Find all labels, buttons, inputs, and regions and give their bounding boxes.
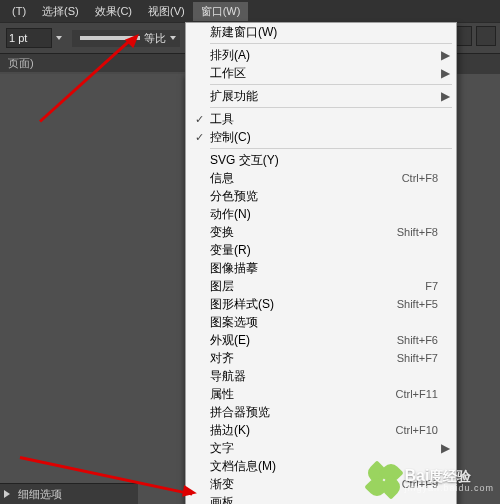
menu-item-label: 图案选项	[208, 314, 356, 331]
menu-item[interactable]: 扩展功能▶	[186, 87, 456, 105]
menu-separator	[210, 148, 452, 149]
menu-effect[interactable]: 效果(C)	[87, 2, 140, 21]
menu-item-label: 画板	[208, 494, 356, 505]
status-label: 细细选项	[18, 487, 62, 502]
watermark-brand: Bai	[404, 467, 429, 484]
menu-item-shortcut: Shift+F6	[356, 334, 438, 346]
menu-item-label: 文字	[208, 440, 356, 457]
menu-item-label: 动作(N)	[208, 206, 356, 223]
menu-item-label: 变换	[208, 224, 356, 241]
menu-item[interactable]: 分色预览	[186, 187, 456, 205]
menu-item[interactable]: 工作区▶	[186, 64, 456, 82]
menu-item-label: 信息	[208, 170, 356, 187]
menu-item[interactable]: 变换Shift+F8	[186, 223, 456, 241]
menu-item[interactable]: ✓控制(C)	[186, 128, 456, 146]
menu-item[interactable]: 属性Ctrl+F11	[186, 385, 456, 403]
menu-item[interactable]: 变量(R)	[186, 241, 456, 259]
stroke-field[interactable]	[6, 28, 62, 48]
menu-item-shortcut: Shift+F7	[356, 352, 438, 364]
menu-item[interactable]: 文字▶	[186, 439, 456, 457]
menu-separator	[210, 84, 452, 85]
menu-t[interactable]: (T)	[4, 3, 34, 19]
submenu-arrow-icon: ▶	[438, 66, 450, 80]
menu-item-label: 分色预览	[208, 188, 356, 205]
submenu-arrow-icon: ▶	[438, 441, 450, 455]
watermark: Bai度经验 jingyan.baidu.com	[366, 462, 494, 498]
expand-right-icon	[4, 490, 10, 498]
menu-item[interactable]: 描边(K)Ctrl+F10	[186, 421, 456, 439]
menu-item[interactable]: 外观(E)Shift+F6	[186, 331, 456, 349]
panel-icon-2[interactable]	[476, 26, 496, 46]
menu-item-label: 对齐	[208, 350, 356, 367]
menu-item[interactable]: 图层F7	[186, 277, 456, 295]
menu-item[interactable]: 图案选项	[186, 313, 456, 331]
submenu-arrow-icon: ▶	[438, 48, 450, 62]
menu-item-label: 变量(R)	[208, 242, 356, 259]
menu-item-shortcut: Shift+F5	[356, 298, 438, 310]
menu-item-shortcut: Ctrl+F10	[356, 424, 438, 436]
menu-separator	[210, 107, 452, 108]
menu-item-label: 新建窗口(W)	[208, 24, 356, 41]
menu-item-label: 工作区	[208, 65, 356, 82]
menubar: (T) 选择(S) 效果(C) 视图(V) 窗口(W)	[0, 0, 500, 22]
stroke-weight-input[interactable]	[6, 28, 52, 48]
menu-item-label: 排列(A)	[208, 47, 356, 64]
menu-item[interactable]: 图形样式(S)Shift+F5	[186, 295, 456, 313]
menu-item[interactable]: 信息Ctrl+F8	[186, 169, 456, 187]
annotation-arrowhead-bottom	[182, 485, 198, 499]
menu-window[interactable]: 窗口(W)	[193, 2, 249, 21]
menu-item[interactable]: 对齐Shift+F7	[186, 349, 456, 367]
watermark-sub: 度经验	[429, 468, 471, 484]
status-bar[interactable]: 细细选项	[0, 483, 138, 504]
menu-item-label: 图像描摹	[208, 260, 356, 277]
menu-item-label: 属性	[208, 386, 356, 403]
menu-item[interactable]: ✓工具	[186, 110, 456, 128]
menu-separator	[210, 43, 452, 44]
menu-item[interactable]: 图像描摹	[186, 259, 456, 277]
menu-item-shortcut: Ctrl+F8	[356, 172, 438, 184]
stroke-dropdown-caret[interactable]	[56, 36, 62, 40]
menu-item[interactable]: 新建窗口(W)	[186, 23, 456, 41]
menu-item-label: 工具	[208, 111, 356, 128]
menu-item-label: 拼合器预览	[208, 404, 356, 421]
document-tab-label[interactable]: 页面)	[8, 57, 34, 69]
menu-view[interactable]: 视图(V)	[140, 2, 193, 21]
menu-item-label: 导航器	[208, 368, 356, 385]
watermark-url: jingyan.baidu.com	[404, 484, 494, 493]
window-menu: 新建窗口(W)排列(A)▶工作区▶扩展功能▶✓工具✓控制(C)SVG 交互(Y)…	[185, 22, 457, 504]
menu-item-label: SVG 交互(Y)	[208, 152, 356, 169]
check-icon: ✓	[190, 131, 208, 144]
menu-item-label: 文档信息(M)	[208, 458, 356, 475]
menu-item-label: 控制(C)	[208, 129, 356, 146]
menu-item-label: 图层	[208, 278, 356, 295]
menu-item-label: 描边(K)	[208, 422, 356, 439]
menu-item-label: 外观(E)	[208, 332, 356, 349]
check-icon: ✓	[190, 113, 208, 126]
submenu-arrow-icon: ▶	[438, 89, 450, 103]
menu-item[interactable]: 排列(A)▶	[186, 46, 456, 64]
line-style-label: 等比	[144, 31, 166, 46]
menu-item[interactable]: 拼合器预览	[186, 403, 456, 421]
menu-item-label: 渐变	[208, 476, 356, 493]
menu-select[interactable]: 选择(S)	[34, 2, 87, 21]
menu-item-label: 图形样式(S)	[208, 296, 356, 313]
chevron-down-icon	[170, 36, 176, 40]
menu-item-shortcut: F7	[356, 280, 438, 292]
menu-item-shortcut: Ctrl+F11	[356, 388, 438, 400]
menu-item[interactable]: SVG 交互(Y)	[186, 151, 456, 169]
menu-item[interactable]: 动作(N)	[186, 205, 456, 223]
menu-item-label: 扩展功能	[208, 88, 356, 105]
menu-item[interactable]: 导航器	[186, 367, 456, 385]
menu-item-shortcut: Shift+F8	[356, 226, 438, 238]
clover-icon	[366, 462, 402, 498]
